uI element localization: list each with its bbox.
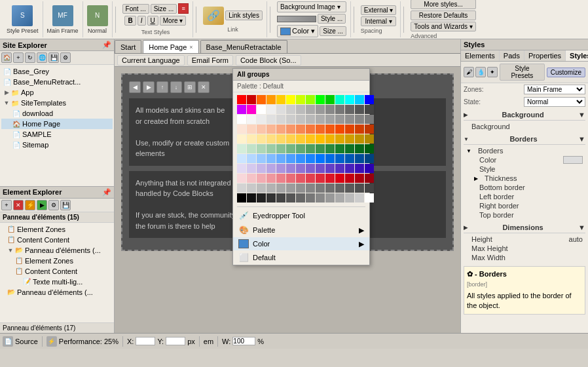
- color-cell-75[interactable]: [286, 144, 295, 153]
- color-cell-7[interactable]: [306, 95, 315, 104]
- color-cell-36[interactable]: [316, 115, 325, 124]
- color-cell-59[interactable]: [266, 134, 276, 144]
- underline-btn[interactable]: U: [147, 16, 158, 26]
- color-cell-123[interactable]: [345, 174, 354, 183]
- cp-color[interactable]: Color ▶: [233, 237, 369, 250]
- color-cell-152[interactable]: [355, 193, 364, 203]
- ee-expand-3[interactable]: ▼: [7, 246, 14, 254]
- external-btn[interactable]: External ▾: [361, 5, 396, 15]
- internal-btn[interactable]: Internal ▾: [361, 16, 396, 26]
- color-cell-88[interactable]: [276, 154, 285, 163]
- color-cell-118[interactable]: [296, 174, 305, 183]
- size-btn1[interactable]: Size ...: [151, 4, 177, 14]
- size-btn3[interactable]: Size ...: [320, 26, 346, 36]
- more-btn[interactable]: More ▾: [160, 16, 187, 26]
- color-cell-52[interactable]: [335, 125, 344, 134]
- color-cell-48[interactable]: [296, 125, 305, 134]
- color-cell-135[interactable]: [325, 184, 335, 193]
- color-cell-30[interactable]: [257, 115, 266, 124]
- right-tab-styles[interactable]: Styles: [566, 50, 588, 61]
- color-cell-4[interactable]: [276, 95, 285, 104]
- color-cell-86[interactable]: [257, 154, 266, 163]
- color-cell-129[interactable]: [266, 184, 276, 193]
- color-cell-33[interactable]: [286, 115, 295, 124]
- borders-header[interactable]: ▼ Borders ▼: [464, 134, 585, 145]
- ee-btn-2[interactable]: ✕: [13, 200, 24, 210]
- color-cell-43[interactable]: [247, 125, 256, 134]
- color-cell-1[interactable]: [247, 95, 256, 104]
- ee-item-6[interactable]: 📝 Texte multi-lig...: [1, 277, 113, 287]
- color-cell-131[interactable]: [286, 184, 295, 193]
- color-cell-12[interactable]: [355, 95, 364, 104]
- color-cell-151[interactable]: [345, 193, 354, 203]
- color-cell-122[interactable]: [335, 174, 344, 183]
- color-cell-70[interactable]: [237, 144, 246, 153]
- color-cell-49[interactable]: [306, 125, 315, 134]
- color-cell-117[interactable]: [286, 174, 295, 183]
- color-cell-28[interactable]: [237, 115, 246, 124]
- rp-icon-3[interactable]: ✦: [487, 67, 498, 77]
- color-cell-95[interactable]: [345, 154, 354, 163]
- color-cell-133[interactable]: [306, 184, 315, 193]
- color-cell-57[interactable]: [247, 134, 256, 144]
- rp-icon-1[interactable]: 🖌: [464, 67, 474, 77]
- color-cell-50[interactable]: [316, 125, 325, 134]
- font-btn[interactable]: Font ...: [122, 4, 149, 14]
- color-cell-97[interactable]: [365, 154, 374, 163]
- color-cell-134[interactable]: [316, 184, 325, 193]
- color-cell-41[interactable]: [365, 115, 374, 124]
- color-cell-108[interactable]: [335, 164, 344, 173]
- color-cell-18[interactable]: [276, 105, 285, 114]
- color-cell-32[interactable]: [276, 115, 285, 124]
- color-cell-19[interactable]: [286, 105, 295, 114]
- canvas-btn-2[interactable]: ▶: [143, 81, 155, 93]
- color-cell-80[interactable]: [335, 144, 344, 153]
- color-cell-62[interactable]: [296, 134, 305, 144]
- ee-item-3[interactable]: ▼ 📂 Panneau d'éléments (...: [1, 245, 113, 256]
- color-cell-14[interactable]: [237, 105, 246, 114]
- normal-icon[interactable]: N: [87, 5, 108, 26]
- canvas-btn-4[interactable]: ↓: [170, 81, 182, 93]
- color-cell-87[interactable]: [266, 154, 276, 163]
- color-cell-127[interactable]: [247, 184, 256, 193]
- color-cell-126[interactable]: [237, 184, 246, 193]
- style-preset-icon[interactable]: S: [12, 5, 33, 26]
- se-btn-settings[interactable]: ⚙: [60, 52, 71, 63]
- color-cell-81[interactable]: [345, 144, 354, 153]
- color-cell-60[interactable]: [276, 134, 285, 144]
- color-cell-91[interactable]: [306, 154, 315, 163]
- tab-homepage-close[interactable]: ×: [189, 44, 193, 50]
- ee-btn-4[interactable]: ▶: [37, 200, 47, 210]
- tab-homepage[interactable]: Home Page ×: [143, 40, 198, 53]
- zones-select[interactable]: Main Frame: [524, 85, 585, 94]
- color-cell-24[interactable]: [335, 105, 344, 114]
- color-cell-104[interactable]: [296, 164, 305, 173]
- tools-wizards-btn[interactable]: Tools and Wizards ▾: [411, 22, 475, 31]
- color-cell-77[interactable]: [306, 144, 315, 153]
- color-cell-46[interactable]: [276, 125, 285, 134]
- color-cell-82[interactable]: [355, 144, 364, 153]
- color-cell-115[interactable]: [266, 174, 276, 183]
- color-cell-64[interactable]: [316, 134, 325, 144]
- color-cell-98[interactable]: [237, 164, 246, 173]
- se-btn-globe[interactable]: 🌐: [37, 52, 47, 63]
- color-cell-138[interactable]: [355, 184, 364, 193]
- color-cell-56[interactable]: [237, 134, 246, 144]
- color-cell-10[interactable]: [335, 95, 344, 104]
- color-cell-106[interactable]: [316, 164, 325, 173]
- color-cell-150[interactable]: [335, 193, 344, 203]
- color-cell-103[interactable]: [286, 164, 295, 173]
- tree-item-download[interactable]: 📄 download: [1, 108, 113, 119]
- color-cell-119[interactable]: [306, 174, 315, 183]
- canvas-btn-5[interactable]: ⊞: [184, 81, 196, 93]
- style-presets-btn[interactable]: Style Presets: [500, 64, 545, 81]
- background-header[interactable]: ▶ Background ▼: [464, 109, 585, 121]
- color-cell-66[interactable]: [335, 134, 344, 144]
- color-cell-23[interactable]: [325, 105, 335, 114]
- color-cell-27[interactable]: [365, 105, 374, 114]
- color-cell-145[interactable]: [286, 193, 295, 203]
- color-cell-3[interactable]: [266, 95, 276, 104]
- color-cell-139[interactable]: [365, 184, 374, 193]
- tree-item-homepage[interactable]: 🏠 Home Page: [1, 119, 113, 129]
- sec-tab-email[interactable]: Email Form: [187, 55, 233, 66]
